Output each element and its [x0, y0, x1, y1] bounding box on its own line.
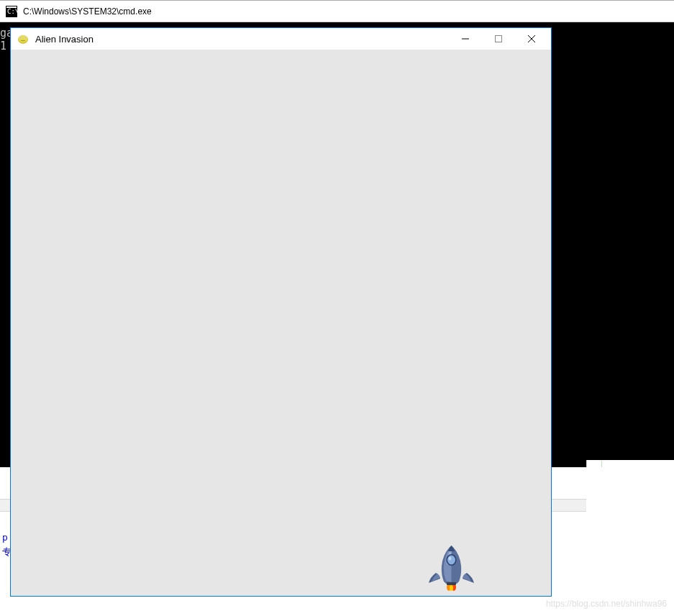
svg-rect-19: [447, 582, 456, 585]
minimize-button[interactable]: [449, 28, 482, 50]
svg-rect-10: [496, 36, 502, 42]
pygame-icon: [17, 32, 29, 45]
cmd-icon: C:\: [6, 6, 17, 17]
player-ship: [424, 543, 478, 593]
close-button[interactable]: [515, 28, 548, 50]
cmd-titlebar[interactable]: C:\ C:\Windows\SYSTEM32\cmd.exe: [0, 1, 674, 22]
game-window: Alien Invasion: [10, 27, 552, 597]
svg-point-8: [24, 37, 25, 37]
svg-point-18: [449, 557, 452, 561]
watermark: https://blog.csdn.net/shinhwa96: [546, 599, 667, 609]
window-controls: [449, 28, 548, 50]
svg-point-15: [450, 585, 453, 591]
svg-point-7: [20, 37, 21, 37]
game-titlebar[interactable]: Alien Invasion: [11, 28, 551, 50]
maximize-button[interactable]: [482, 28, 515, 50]
svg-point-4: [19, 35, 27, 42]
svg-point-17: [447, 556, 455, 565]
background-text-fragment-p: p: [2, 532, 8, 543]
cmd-title: C:\Windows\SYSTEM32\cmd.exe: [23, 6, 152, 17]
game-canvas[interactable]: [11, 50, 551, 596]
game-window-title: Alien Invasion: [35, 34, 449, 45]
svg-text:C:\: C:\: [7, 8, 17, 15]
